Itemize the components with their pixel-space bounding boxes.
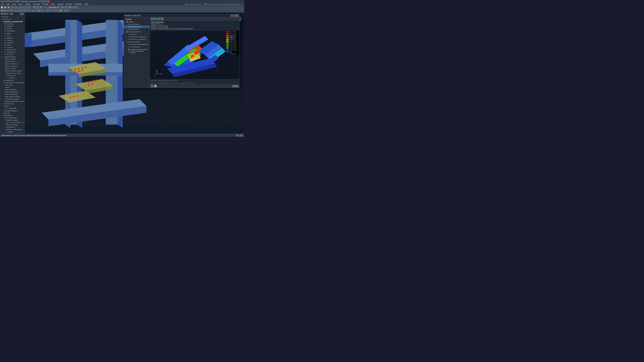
menu-assign[interactable]: Assign [25, 3, 31, 5]
results-shear-y[interactable]: Shear force in direction y [124, 35, 150, 38]
nav-lc1[interactable]: LC1 - Self-weight [0, 107, 25, 110]
results-surfaces[interactable]: Surfaces [124, 20, 150, 23]
dim-btn[interactable]: ↔ [53, 9, 56, 12]
res-view-btn2[interactable]: 📊 [154, 85, 157, 87]
close-button[interactable]: ✕ [47, 0, 49, 3]
nav-steel-joint-1[interactable]: 1 - Nodes : 2 [0, 77, 25, 79]
smoothing-checkbox[interactable] [126, 41, 128, 42]
line-btn[interactable]: ╱ [25, 6, 28, 9]
shearz-radio[interactable] [128, 39, 129, 40]
plastic-checkbox[interactable] [128, 24, 129, 25]
results-plastic[interactable]: Plastic strains [124, 23, 150, 25]
menu-insert[interactable]: Insert [18, 3, 23, 5]
contall-radio[interactable] [128, 51, 129, 53]
fasteners-checkbox[interactable] [126, 31, 128, 32]
nav-lines[interactable]: ■Lines [0, 34, 25, 37]
menu-tools[interactable]: Tools [50, 3, 55, 5]
nav-close-btn[interactable]: ✕ [22, 13, 24, 15]
render-btn3[interactable]: ⬡ [75, 6, 78, 9]
nav-results[interactable]: ▶Results [0, 112, 25, 114]
res-tb-btn1[interactable]: ↩ [150, 17, 154, 20]
menu-file[interactable]: File [1, 3, 4, 5]
nav-relationship[interactable]: Relationship Between Load Cases [0, 100, 25, 103]
nav-load-comb[interactable]: Load Combinations [0, 93, 25, 95]
grid-btn[interactable]: # [49, 9, 52, 12]
member-btn[interactable]: ═ [28, 6, 31, 9]
results-cont-all[interactable]: Continuous within all surfaces [124, 51, 150, 53]
nav-design-sit[interactable]: Design Situations [0, 88, 25, 91]
run-btn[interactable]: ▶ [61, 6, 64, 9]
nav-guide[interactable]: Guide Objects [0, 114, 25, 117]
open-btn[interactable]: 📁 [4, 6, 7, 9]
results-close-button[interactable]: Close [232, 85, 239, 87]
nav-ds1[interactable]: DS1 - ULS (STR/GEO) - Perm [0, 121, 25, 124]
nav-nodes[interactable]: ■Nodes [0, 32, 25, 34]
select-btn[interactable]: ↖ [19, 6, 22, 9]
res-tb-btn4[interactable]: ⊞ [161, 17, 164, 20]
nav-ult-configs[interactable]: ▼Ultimate Configurations [0, 128, 25, 131]
nav-types-special[interactable]: Types for Special Objects [0, 70, 25, 72]
nav-loadcases[interactable]: ▼Load Cases & Combinations [0, 81, 25, 84]
nav-surfacesets[interactable]: ■Surface Sets [0, 51, 25, 53]
nav-openings[interactable]: ■Openings [0, 41, 25, 44]
render-btn2[interactable]: ◻ [72, 6, 75, 9]
node-btn[interactable]: • [22, 6, 25, 9]
display-btn3[interactable]: ▣ [38, 9, 41, 12]
res-view-btn1[interactable]: 👁 [150, 85, 154, 87]
view-front[interactable]: F [14, 9, 18, 12]
results-shear-z[interactable]: Shear force in direction z [124, 38, 150, 40]
display-btn4[interactable]: ≡ [41, 9, 44, 12]
undo-btn[interactable]: ↩ [11, 6, 14, 9]
snap-btn[interactable]: ⊕ [46, 9, 48, 12]
nav-load-wizards[interactable]: ▶Load Wizards [0, 103, 25, 105]
label-btn[interactable]: A [56, 9, 59, 12]
equiv-radio[interactable] [128, 26, 129, 27]
minimize-button[interactable]: ─ [41, 0, 43, 3]
view-btn3[interactable]: ⊠ [39, 6, 42, 9]
view-btn1[interactable]: ⊞ [33, 6, 36, 9]
nav-steel-design[interactable]: ▼Steel Joint Design [0, 117, 25, 119]
menu-edit[interactable]: Edit [6, 3, 10, 5]
nav-sections[interactable]: ■Sections [0, 27, 25, 30]
res-tb-btn3[interactable]: 🔍 [157, 17, 160, 20]
results-equiv[interactable]: Equivalent stress [124, 25, 150, 28]
color-btn[interactable]: 🎨 [59, 9, 62, 12]
nav-file-175[interactable]: ▶ 175/025.rf6* [0, 18, 25, 20]
nav-surfaces[interactable]: ■Surfaces [0, 39, 25, 41]
results-viewport[interactable]: x y z [150, 30, 239, 79]
pan-btn[interactable]: ✋ [0, 9, 4, 12]
nav-solidsets[interactable]: ■Solid Sets [0, 53, 25, 56]
nav-membersets[interactable]: ■Member Sets [0, 49, 25, 51]
menu-options[interactable]: Options [57, 3, 64, 5]
nav-types-solids[interactable]: Types for Solids [0, 67, 25, 70]
menu-window[interactable]: Window [66, 3, 72, 5]
lc-select[interactable]: Self-weight [48, 6, 60, 8]
nav-static-settings[interactable]: Static Analysis Settings [0, 95, 25, 98]
nav-types-steel[interactable]: ▼Types for Steel Joints [0, 72, 25, 74]
nav-craneway[interactable]: ▼ Craneway_Connection.rf6* [0, 20, 25, 23]
view-top[interactable]: T [27, 9, 30, 12]
menu-calculate[interactable]: Calculate [32, 3, 40, 5]
results-noncont[interactable]: Non-continuous [124, 45, 150, 48]
nav-types-nodes[interactable]: Types for Nodes [0, 58, 25, 60]
render-btn1[interactable]: ◼ [68, 6, 72, 9]
nav-basic[interactable]: ▼ Basic Objects [0, 23, 25, 25]
results-constant[interactable]: Constant on mesh elements [124, 43, 150, 45]
calc-btn[interactable]: ⚙ [64, 6, 67, 9]
nav-materials[interactable]: ■Materials [0, 25, 25, 27]
nav-steel-joints-1[interactable]: Steel Joints : 1 [0, 126, 25, 128]
nav-thicknesses[interactable]: ■Thicknesses [0, 30, 25, 32]
nav-lc-load[interactable]: Load Cases [0, 84, 25, 86]
results-maximize-btn[interactable]: □ [233, 14, 236, 17]
surfaces-checkbox[interactable] [126, 21, 128, 22]
nav-special[interactable]: ▼Special Objects [0, 56, 25, 58]
view-back[interactable]: B [18, 9, 21, 12]
nav-imperfections[interactable]: ▶Imperfections [0, 79, 25, 81]
display-btn2[interactable]: ● [35, 9, 38, 12]
menu-cadbim[interactable]: CAD-BIM [74, 3, 82, 5]
results-axial[interactable]: Axial force [124, 33, 150, 35]
nav-types-lines[interactable]: Types for Lines [0, 60, 25, 63]
view-right[interactable]: R [24, 9, 27, 12]
sheary-radio[interactable] [128, 36, 129, 37]
nav-rfem[interactable]: ▼ 🖥 RFEM [0, 16, 25, 18]
